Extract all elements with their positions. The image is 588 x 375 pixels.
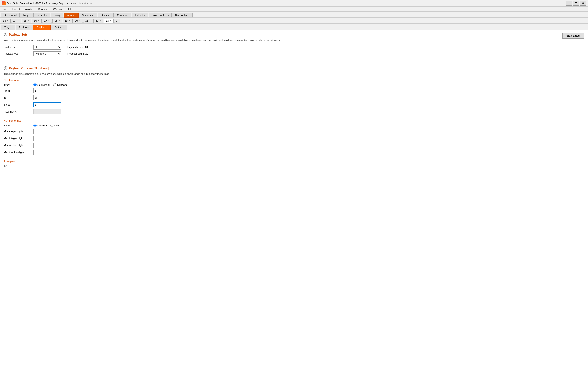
from-input[interactable] [33, 88, 61, 93]
main-tab-bar: Dashboard Target Repeater Proxy Intruder… [0, 12, 588, 18]
tab-project-options[interactable]: Project options [148, 12, 172, 17]
sequential-radio[interactable] [33, 83, 36, 86]
tab-proxy[interactable]: Proxy [51, 12, 63, 17]
payload-sets-section: ? Payload Sets You can define one or mor… [4, 32, 584, 58]
min-fraction-digits-row: Min fraction digits: [4, 143, 584, 148]
tab-repeater[interactable]: Repeater [33, 12, 50, 17]
restore-button[interactable]: 🗖 [573, 1, 579, 6]
random-label: Random [57, 83, 67, 86]
tab-intruder[interactable]: Intruder [64, 12, 79, 18]
inner-tab-bar: Target Positions Payloads Options [0, 24, 588, 30]
hex-label: Hex [54, 124, 59, 127]
tab-sequencer[interactable]: Sequencer [79, 12, 97, 17]
divider-1 [4, 62, 584, 63]
minimize-button[interactable]: − [566, 1, 572, 6]
tab-target[interactable]: Target [20, 12, 33, 17]
sub-tab-14[interactable]: 14✕ [11, 19, 21, 23]
tab-extender[interactable]: Extender [132, 12, 148, 17]
start-attack-button[interactable]: Start attack [562, 32, 584, 39]
min-fraction-digits-label: Min fraction digits: [4, 144, 32, 147]
close-tab-14-icon[interactable]: ✕ [17, 20, 19, 22]
sub-tab-21[interactable]: 21✕ [83, 19, 93, 23]
number-range-label: Number range [4, 79, 584, 81]
close-tab-18-icon[interactable]: ✕ [58, 20, 60, 22]
tab-dashboard[interactable]: Dashboard [1, 12, 20, 17]
step-input[interactable] [33, 102, 61, 107]
sub-tab-20[interactable]: 20✕ [73, 19, 83, 23]
inner-tab-options[interactable]: Options [51, 25, 67, 30]
tab-user-options[interactable]: User options [172, 12, 192, 17]
decimal-label: Decimal [37, 124, 47, 127]
base-radio-group: Decimal Hex [33, 124, 59, 127]
close-tab-16-icon[interactable]: ✕ [38, 20, 40, 22]
close-button[interactable]: ✕ [580, 1, 586, 6]
sequential-label: Sequential [37, 83, 50, 86]
type-radio-group: Sequential Random [33, 83, 67, 86]
menu-burp[interactable]: Burp [1, 7, 8, 11]
close-tab-19-icon[interactable]: ✕ [69, 20, 71, 22]
min-integer-digits-input[interactable] [33, 129, 47, 134]
min-fraction-digits-input[interactable] [33, 143, 47, 148]
close-tab-20-icon[interactable]: ✕ [79, 20, 81, 22]
payload-sets-description: You can define one or more payload sets.… [4, 38, 280, 42]
close-tab-22-icon[interactable]: ✕ [100, 20, 101, 22]
hex-radio-label[interactable]: Hex [51, 124, 59, 127]
close-tab-23-icon[interactable]: ✕ [110, 20, 112, 22]
menu-window[interactable]: Window [52, 7, 63, 11]
menu-help[interactable]: Help [66, 7, 73, 11]
sub-tab-13[interactable]: 13✕ [1, 19, 11, 23]
type-label: Type: [4, 83, 32, 86]
title-bar: Burp Suite Professional v2020.8 - Tempor… [0, 0, 588, 7]
decimal-radio-label[interactable]: Decimal [33, 124, 47, 127]
payload-options-help-icon[interactable]: ? [4, 66, 7, 70]
type-row: Type: Sequential Random [4, 83, 584, 86]
sub-tab-19[interactable]: 19✕ [63, 19, 73, 23]
payload-count-label: Payload count: 20 [67, 46, 88, 49]
payload-type-select[interactable]: Numbers Simple list Runtime file Custom … [33, 51, 61, 56]
decimal-radio[interactable] [33, 124, 36, 127]
sub-tab-23[interactable]: 23✕ [104, 19, 114, 23]
payload-type-label: Payload type: [4, 52, 32, 55]
menu-intruder[interactable]: Intruder [24, 7, 34, 11]
request-count-label: Request count: 20 [67, 52, 88, 55]
inner-tab-target[interactable]: Target [1, 25, 15, 30]
examples-value: 1.1 [4, 165, 584, 167]
sub-tab-18[interactable]: 18✕ [52, 19, 62, 23]
sub-tab-15[interactable]: 15✕ [22, 19, 32, 23]
to-input[interactable] [33, 95, 61, 100]
max-fraction-digits-row: Max fraction digits: [4, 150, 584, 155]
close-tab-13-icon[interactable]: ✕ [7, 20, 9, 22]
close-tab-17-icon[interactable]: ✕ [48, 20, 50, 22]
how-many-label: How many: [4, 110, 32, 113]
random-radio-label[interactable]: Random [53, 83, 67, 86]
tab-decoder[interactable]: Decoder [98, 12, 114, 17]
payload-options-section: ? Payload Options [Numbers] This payload… [4, 66, 584, 168]
base-row: Base: Decimal Hex [4, 124, 584, 127]
app-icon [2, 1, 6, 5]
inner-tab-payloads[interactable]: Payloads [33, 25, 51, 30]
random-radio[interactable] [53, 83, 56, 86]
close-tab-15-icon[interactable]: ✕ [27, 20, 29, 22]
tab-comparer[interactable]: Comparer [114, 12, 132, 17]
sub-tab-16[interactable]: 16✕ [32, 19, 42, 23]
inner-tab-positions[interactable]: Positions [16, 25, 33, 30]
hex-radio[interactable] [51, 124, 53, 127]
sub-tab-17[interactable]: 17✕ [42, 19, 52, 23]
menu-project[interactable]: Project [11, 7, 21, 11]
from-row: From: [4, 88, 584, 93]
sub-tab-22[interactable]: 22✕ [94, 19, 103, 23]
payload-sets-help-icon[interactable]: ? [4, 32, 7, 36]
max-fraction-digits-input[interactable] [33, 150, 47, 155]
payload-set-select[interactable]: 1 2 [33, 45, 61, 50]
sequential-radio-label[interactable]: Sequential [33, 83, 50, 86]
sub-tab-more[interactable]: ... [114, 19, 120, 23]
min-integer-digits-label: Min integer digits: [4, 130, 32, 133]
menu-repeater[interactable]: Repeater [37, 7, 49, 11]
app-title: Burp Suite Professional v2020.8 - Tempor… [7, 2, 92, 5]
max-integer-digits-row: Max integer digits: [4, 136, 584, 141]
how-many-input[interactable] [33, 109, 61, 114]
close-tab-21-icon[interactable]: ✕ [89, 20, 91, 22]
max-integer-digits-input[interactable] [33, 136, 47, 141]
sub-tab-bar: 13✕ 14✕ 15✕ 16✕ 17✕ 18✕ 19✕ 20✕ 21✕ 22✕ … [0, 18, 588, 24]
from-label: From: [4, 89, 32, 92]
